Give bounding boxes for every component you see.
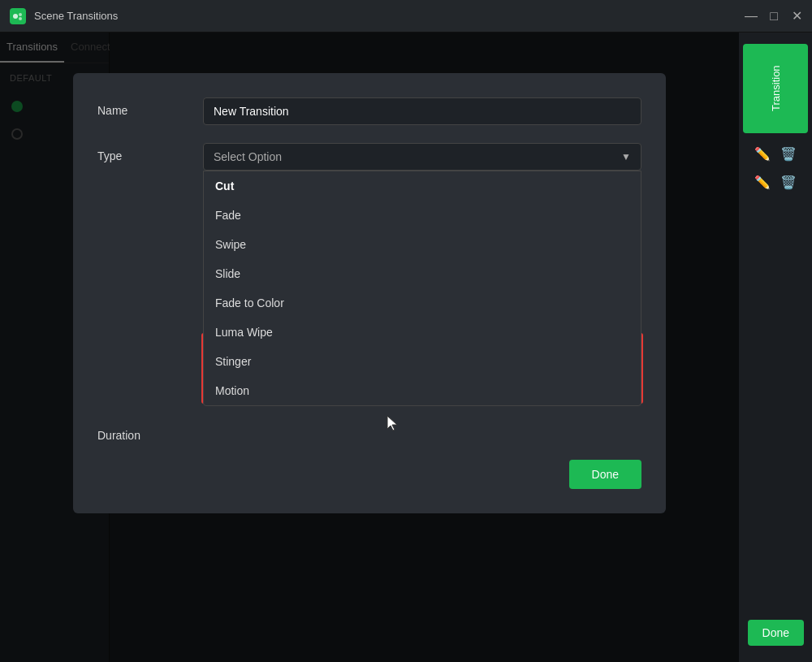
dropdown-option-slide[interactable]: Slide (204, 259, 641, 288)
delete-button-1[interactable]: 🗑️ (779, 145, 798, 163)
dropdown-option-motion[interactable]: Motion (204, 376, 641, 405)
row-buttons-2: ✏️ 🗑️ (753, 173, 798, 192)
done-button-bottom[interactable]: Done (748, 620, 804, 646)
row-buttons-1: ✏️ 🗑️ (753, 145, 798, 163)
title-bar: Scene Transitions — □ ✕ (0, 0, 812, 32)
type-select-value: Select Option (214, 150, 282, 163)
maximize-button[interactable]: □ (768, 11, 780, 22)
dialog: Name Type Select Option ▼ Cut Fade (73, 73, 666, 513)
chevron-down-icon: ▼ (621, 151, 631, 162)
svg-point-1 (19, 13, 22, 16)
duration-row: Duration (97, 422, 641, 442)
dropdown-option-fade-to-color[interactable]: Fade to Color (204, 288, 641, 318)
name-label: Name (97, 97, 187, 117)
type-label: Type (97, 143, 187, 162)
duration-label: Duration (97, 422, 187, 442)
add-transition-button[interactable]: Transition (743, 44, 808, 133)
dropdown-option-swipe[interactable]: Swipe (204, 230, 641, 259)
type-row: Type Select Option ▼ Cut Fade Swipe (97, 143, 641, 171)
dropdown-option-luma-wipe[interactable]: Luma Wipe (204, 318, 641, 347)
svg-point-0 (13, 14, 18, 19)
name-row: Name (97, 97, 641, 125)
action-buttons: ✏️ 🗑️ ✏️ 🗑️ (745, 145, 806, 192)
delete-button-2[interactable]: 🗑️ (779, 173, 798, 192)
done-button[interactable]: Done (569, 460, 641, 489)
app-title: Scene Transitions (34, 10, 737, 22)
close-button[interactable]: ✕ (791, 11, 802, 22)
dropdown-option-stinger[interactable]: Stinger (204, 347, 641, 376)
window-controls: — □ ✕ (745, 11, 802, 22)
minimize-button[interactable]: — (745, 11, 757, 22)
right-panel: Transition ✏️ 🗑️ ✏️ 🗑️ Done (739, 32, 812, 662)
edit-button-1[interactable]: ✏️ (753, 145, 772, 163)
dropdown-option-cut[interactable]: Cut (204, 171, 641, 201)
dialog-overlay: Name Type Select Option ▼ Cut Fade (0, 32, 739, 662)
name-input[interactable] (203, 97, 641, 125)
app-icon (10, 8, 26, 24)
svg-point-2 (19, 17, 22, 20)
dropdown-option-fade[interactable]: Fade (204, 201, 641, 230)
type-select-button[interactable]: Select Option ▼ (203, 143, 641, 171)
done-row: Done (97, 460, 641, 489)
type-dropdown: Cut Fade Swipe Slide Fade to Color (203, 171, 641, 406)
type-select-wrapper: Select Option ▼ Cut Fade Swipe Slide (203, 143, 641, 171)
edit-button-2[interactable]: ✏️ (753, 173, 772, 192)
